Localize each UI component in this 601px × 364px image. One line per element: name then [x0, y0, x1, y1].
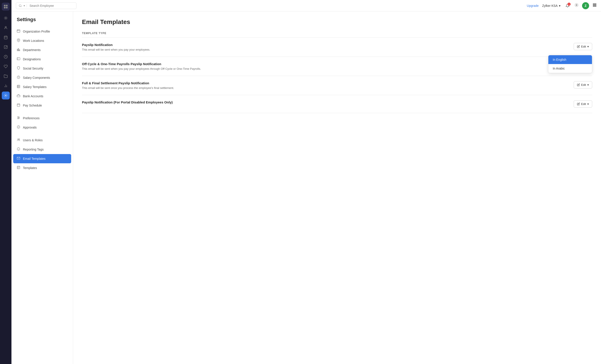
avatar[interactable]: Z — [582, 2, 589, 9]
search-input[interactable] — [30, 4, 74, 8]
full-final-edit-button[interactable]: Edit ▾ — [574, 81, 592, 88]
edit-dropdown-arrow: ▾ — [587, 45, 589, 48]
upgrade-button[interactable]: Upgrade — [527, 4, 539, 8]
svg-rect-11 — [4, 46, 7, 49]
payslip-edit-container: Edit ▾ In English In Arabic — [574, 43, 592, 50]
svg-rect-40 — [17, 95, 20, 97]
search-dropdown-arrow[interactable]: ▾ — [24, 4, 27, 7]
sidebar-label-email-templates: Email Templates — [23, 157, 45, 160]
reporting-tags-icon — [17, 147, 20, 152]
sidebar-item-org-profile[interactable]: Organization Profile — [11, 27, 73, 36]
edit-pencil-icon-2 — [577, 83, 580, 86]
sidebar-item-salary-templates[interactable]: Salary Templates — [11, 82, 73, 92]
template-title-off-cycle: Off Cycle & One-Time Payrolls Payslip No… — [82, 62, 592, 66]
nav-documents[interactable] — [2, 72, 10, 80]
sidebar-item-bank-accounts[interactable]: Bank Accounts — [11, 92, 73, 101]
template-title-full-final: Full & Final Settlement Payslip Notifica… — [82, 81, 574, 85]
svg-rect-19 — [594, 3, 595, 4]
dropdown-item-arabic[interactable]: In Arabic — [548, 64, 592, 73]
svg-rect-1 — [6, 5, 8, 6]
payslip-edit-button[interactable]: Edit ▾ — [574, 43, 592, 50]
edit-pencil-icon-3 — [577, 103, 580, 105]
page-title: Email Templates — [82, 19, 592, 26]
template-row-portal-disabled: Payslip Notification (For Portal Disable… — [82, 95, 592, 113]
settings-sidebar: Settings Organization Profile Work Locat… — [11, 11, 73, 364]
svg-rect-33 — [19, 50, 20, 51]
search-icon — [19, 4, 22, 7]
sidebar-item-approvals[interactable]: Approvals — [11, 123, 73, 132]
svg-point-4 — [5, 17, 6, 19]
svg-rect-21 — [593, 5, 594, 6]
template-info-full-final: Full & Final Settlement Payslip Notifica… — [82, 81, 574, 90]
sidebar-label-templates: Templates — [23, 166, 37, 170]
nav-calendar[interactable] — [2, 33, 10, 41]
settings-gear-button[interactable] — [575, 3, 579, 8]
nav-benefits[interactable] — [2, 63, 10, 70]
nav-settings[interactable] — [2, 92, 10, 99]
dropdown-item-english[interactable]: In English — [548, 55, 592, 64]
salary-templates-icon — [17, 85, 20, 89]
template-info-payslip: Payslip Notification This email will be … — [82, 43, 574, 51]
svg-point-50 — [18, 118, 19, 119]
template-title-portal-disabled: Payslip Notification (For Portal Disable… — [82, 100, 574, 104]
social-security-icon — [17, 66, 20, 71]
sidebar-title: Settings — [11, 17, 73, 27]
sidebar-item-pay-schedule[interactable]: Pay Schedule — [11, 101, 73, 110]
sidebar-item-salary-components[interactable]: Salary Components — [11, 73, 73, 82]
users-roles-icon — [17, 138, 20, 142]
template-type-header: TEMPLATE TYPE — [82, 32, 592, 38]
org-selector[interactable]: Zylker KSA ▾ — [542, 4, 561, 8]
svg-point-30 — [18, 40, 19, 40]
nav-reports[interactable] — [2, 82, 10, 90]
nav-payroll[interactable] — [2, 53, 10, 61]
notification-badge: 1 — [568, 3, 571, 6]
sidebar-label-org-profile: Organization Profile — [23, 30, 50, 33]
bank-accounts-icon — [17, 94, 20, 98]
sidebar-label-departments: Departments — [23, 48, 40, 52]
sidebar-item-departments[interactable]: Departments — [11, 45, 73, 55]
notification-button[interactable]: 1 — [564, 2, 571, 9]
main-content: Email Templates TEMPLATE TYPE Payslip No… — [73, 11, 601, 364]
svg-rect-3 — [6, 7, 8, 8]
approvals-icon — [17, 125, 20, 130]
svg-rect-36 — [17, 85, 20, 88]
sidebar-item-work-locations[interactable]: Work Locations — [11, 36, 73, 45]
svg-rect-57 — [17, 166, 20, 169]
template-desc-off-cycle: This email will be sent when you pay you… — [82, 67, 592, 70]
work-locations-icon — [17, 38, 20, 43]
sidebar-label-salary-templates: Salary Templates — [23, 85, 47, 89]
svg-rect-25 — [594, 6, 595, 7]
sidebar-item-reporting-tags[interactable]: Reporting Tags — [11, 145, 73, 154]
template-desc-payslip: This email will be sent when you pay you… — [82, 48, 574, 51]
svg-point-5 — [4, 17, 7, 19]
topbar: ▾ Upgrade Zylker KSA ▾ 1 Z — [11, 0, 601, 11]
nav-home[interactable] — [2, 14, 10, 22]
template-title-payslip: Payslip Notification — [82, 43, 574, 47]
sidebar-label-social-security: Social Security — [23, 67, 43, 70]
sidebar-item-preferences[interactable]: Preferences — [11, 114, 73, 123]
template-row-payslip: Payslip Notification This email will be … — [82, 38, 592, 57]
svg-point-17 — [576, 5, 577, 6]
app-logo — [2, 3, 10, 10]
sidebar-item-email-templates[interactable]: Email Templates — [13, 154, 71, 163]
org-profile-icon — [17, 29, 20, 34]
svg-point-48 — [18, 117, 19, 117]
sidebar-item-users-roles[interactable]: Users & Roles — [11, 135, 73, 145]
sidebar-item-social-security[interactable]: Social Security — [11, 64, 73, 73]
portal-disabled-edit-button[interactable]: Edit ▾ — [574, 100, 592, 108]
search-bar[interactable]: ▾ — [16, 2, 76, 9]
edit-dropdown-arrow-2: ▾ — [587, 83, 589, 86]
grid-menu-button[interactable] — [593, 3, 597, 8]
topbar-right: Upgrade Zylker KSA ▾ 1 Z — [527, 2, 597, 9]
template-info-off-cycle: Off Cycle & One-Time Payrolls Payslip No… — [82, 62, 592, 70]
org-dropdown-icon: ▾ — [559, 4, 561, 8]
nav-people[interactable] — [2, 24, 10, 32]
sidebar-item-designations[interactable]: Designations — [11, 55, 73, 64]
svg-rect-32 — [18, 48, 19, 51]
sidebar-item-templates[interactable]: Templates — [11, 163, 73, 172]
org-name: Zylker KSA — [542, 4, 558, 8]
sidebar-label-pay-schedule: Pay Schedule — [23, 104, 42, 107]
edit-dropdown-arrow-3: ▾ — [587, 102, 589, 106]
nav-tasks[interactable] — [2, 43, 10, 51]
svg-rect-27 — [17, 30, 20, 32]
